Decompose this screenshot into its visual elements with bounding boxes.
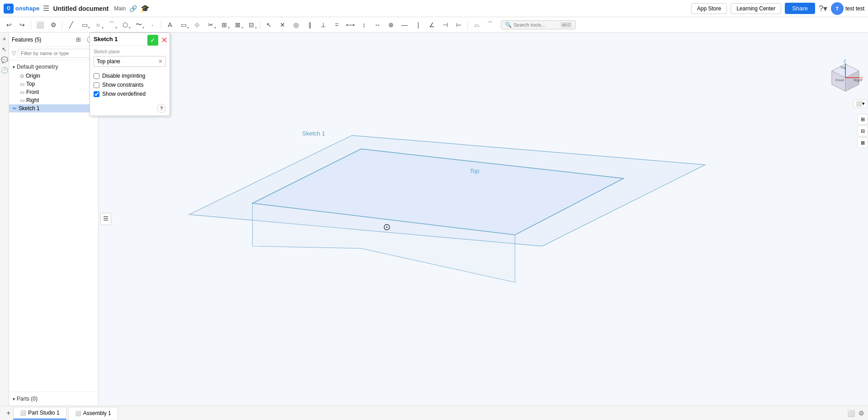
branch-label[interactable]: Main (114, 5, 126, 12)
filter-area: ▽ (9, 47, 98, 60)
graduate-icon[interactable]: 🎓 (141, 4, 150, 13)
tree-origin[interactable]: ⊙ Origin (9, 72, 98, 80)
fix-button[interactable]: ⊕ (385, 19, 397, 31)
add-tab-button[interactable]: + (4, 408, 13, 418)
midpoint-button[interactable]: ⊣ (439, 19, 452, 31)
transform-group: ⊞▾ (218, 19, 231, 31)
sketch-plane-value: Top plane ✕ (94, 56, 166, 67)
line-button[interactable]: ╱ (65, 19, 77, 31)
polygon-button[interactable]: ⬡▾ (119, 19, 132, 31)
origin-label: Origin (26, 73, 40, 79)
normal-button[interactable]: | (412, 19, 425, 31)
bottom-icon-1[interactable]: ⬜ (847, 410, 855, 417)
sketch1-icon: ✏ (13, 106, 17, 112)
rectangle-button[interactable]: ▭▾ (78, 19, 91, 31)
user-area[interactable]: T test test (831, 2, 864, 15)
svg-text:Front: Front (835, 78, 844, 82)
sidebar-config-button[interactable]: ⊞ (74, 35, 83, 44)
features-sidebar: Features (5) ⊞ 🕐 ▽ ▾ Default geometry ⊙ … (9, 33, 99, 406)
default-geometry-header[interactable]: ▾ Default geometry (9, 62, 98, 72)
circle-button[interactable]: ○▾ (92, 19, 104, 31)
top-label: Top (26, 81, 35, 87)
panel-icon-3[interactable]: ⊠ (857, 137, 868, 148)
search-input[interactable] (514, 22, 559, 28)
clear-plane-button[interactable]: ✕ (158, 58, 163, 65)
orientation-cube[interactable]: X Z Top Front Right (827, 60, 863, 96)
perpendicular-button[interactable]: ⊥ (317, 19, 330, 31)
parallel-button[interactable]: ∥ (303, 19, 316, 31)
svg-text:Z: Z (844, 60, 846, 63)
sep4 (260, 20, 260, 29)
pierce-button[interactable]: — (398, 19, 411, 31)
origin-dot (386, 227, 387, 228)
show-overdefined-option: Show overdefined (94, 89, 166, 98)
slot-button[interactable]: ▭▾ (177, 19, 190, 31)
measure-button[interactable]: ⊠▾ (231, 19, 244, 31)
dimension-button[interactable]: ↔ (371, 19, 384, 31)
sketch-confirm-button[interactable]: ✓ (147, 35, 158, 46)
equal-button[interactable]: = (330, 19, 343, 31)
add-feature-icon[interactable]: + (2, 35, 6, 42)
vertical-button[interactable]: ↕ (358, 19, 370, 31)
help-button[interactable]: ?▾ (819, 4, 827, 14)
copy-button[interactable]: ⬜ (33, 19, 46, 31)
topbar: O onshape ☰ Untitled document Main 🔗 🎓 A… (0, 0, 868, 17)
sketch-cancel-button[interactable]: ✕ (161, 35, 168, 45)
history-icon[interactable]: 🕐 (1, 67, 8, 74)
symmetric-button[interactable]: ⊢ (453, 19, 465, 31)
tree-top[interactable]: ▭ Top (9, 80, 98, 88)
tree-right[interactable]: ▭ Right (9, 96, 98, 104)
panel-icon-2[interactable]: ⊟ (857, 126, 868, 136)
parts-header[interactable]: ▾ Parts (0) (9, 394, 98, 404)
part-studio-label: Part Studio 1 (28, 410, 59, 416)
redo-button[interactable]: ↪ (16, 19, 28, 31)
comment-icon[interactable]: 💬 (1, 56, 8, 63)
tree-sketch1[interactable]: ✏ Sketch 1 (9, 104, 98, 112)
app-store-button[interactable]: App Store (691, 3, 727, 14)
coincident-button[interactable]: ✕ (276, 19, 289, 31)
toolbar-undo-group: ↩ ↪ (3, 19, 28, 31)
curve2-button[interactable]: ⌒ (484, 19, 496, 31)
tab-part-studio[interactable]: ⬜ Part Studio 1 (13, 407, 66, 420)
show-overdefined-checkbox[interactable] (94, 91, 99, 97)
sketch-list-icon[interactable] (100, 213, 111, 225)
horizontal-button[interactable]: ⟷ (344, 19, 357, 31)
arc-group: ⌒▾ (105, 19, 118, 31)
show-constraints-checkbox[interactable] (94, 82, 99, 88)
concentric-button[interactable]: ◎ (290, 19, 302, 31)
parts-section: ▾ Parts (0) (9, 392, 98, 406)
undo-button[interactable]: ↩ (3, 19, 15, 31)
view-options-button[interactable]: ⬜▾ (854, 99, 867, 108)
transform-button[interactable]: ⊞▾ (218, 19, 231, 31)
panel-icon-1[interactable]: ⊞ (857, 114, 868, 125)
settings-button[interactable]: ⚙ (47, 19, 60, 31)
link-icon[interactable]: 🔗 (129, 5, 137, 12)
select-button[interactable]: ↖ (263, 19, 275, 31)
angle-button[interactable]: ∠ (425, 19, 438, 31)
trim-button[interactable]: ✂▾ (204, 19, 217, 31)
learning-center-button[interactable]: Learning Center (731, 3, 781, 14)
right-label: Right (26, 97, 39, 103)
mirror-button[interactable]: ⊟▾ (245, 19, 258, 31)
sketch-panel-header: Sketch 1 ✓ ✕ (90, 33, 170, 46)
point-button[interactable]: · (146, 19, 159, 31)
centerline-button[interactable]: ⊹ (191, 19, 203, 31)
curve1-button[interactable]: ⌓ (470, 19, 483, 31)
hamburger-menu[interactable]: ☰ (43, 4, 49, 13)
tab-assembly[interactable]: ⬜ Assembly 1 (68, 407, 118, 420)
disable-imprinting-checkbox[interactable] (94, 73, 99, 79)
text-button[interactable]: A (164, 19, 176, 31)
filter-icon: ▽ (12, 50, 16, 56)
tree-front[interactable]: ▭ Front (9, 88, 98, 96)
cursor-icon[interactable]: ↖ (2, 46, 7, 53)
filter-input-field[interactable] (18, 49, 95, 58)
document-title[interactable]: Untitled document (53, 5, 108, 12)
sketch-help-button[interactable]: ? (157, 104, 166, 113)
arc-button[interactable]: ⌒▾ (105, 19, 118, 31)
sketch-panel-title: Sketch 1 (94, 36, 118, 42)
share-button[interactable]: Share (785, 3, 815, 14)
viewport[interactable]: Sketch 1 Top X Z (99, 33, 868, 406)
bottom-icon-2[interactable]: ⚙ (859, 410, 864, 417)
sketch-panel: Sketch 1 ✓ ✕ Sketch plane Top plane ✕ Di… (90, 33, 170, 116)
spline-button[interactable]: 〜▾ (132, 19, 145, 31)
